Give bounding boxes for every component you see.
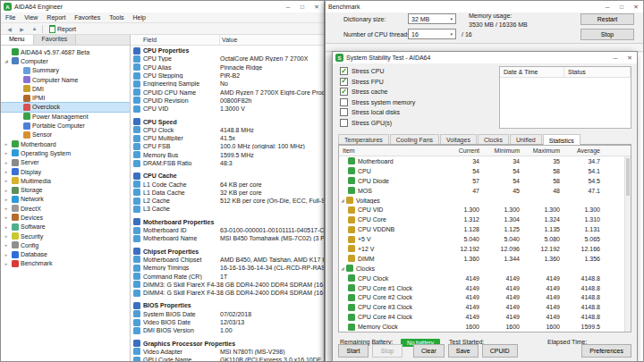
field-row[interactable]: DIMM3: G Skill FlareX F4-320…8 GB DDR4-2…: [131, 281, 324, 289]
stop-button[interactable]: Stop: [372, 344, 402, 358]
close-button[interactable]: ✕: [629, 1, 643, 13]
minimize-button[interactable]: ─: [281, 1, 295, 13]
checkbox-stress-gpu-s[interactable]: Stress GPU(s): [340, 118, 494, 129]
checkbox-stress-cpu[interactable]: ✓Stress CPU: [340, 66, 494, 77]
close-button[interactable]: ✕: [623, 52, 637, 63]
field-row[interactable]: L1 Data Cache32 KB per core: [131, 189, 324, 197]
maximize-button[interactable]: □: [295, 1, 309, 13]
back-icon[interactable]: ◀: [4, 24, 14, 34]
field-row[interactable]: DIMM4: G Skill FlareX F4-320…8 GB DDR4-2…: [131, 289, 324, 297]
checkbox-icon[interactable]: ✓: [340, 88, 348, 96]
field-row[interactable]: DMI BIOS Version1.00: [131, 326, 324, 334]
menu-item-file[interactable]: File: [1, 14, 20, 21]
field-row[interactable]: GPU Code NameGK110B (PCI Express 3.0 x16…: [131, 356, 324, 361]
field-row[interactable]: CPU SteppingPiR-B2: [131, 72, 324, 80]
restart-button[interactable]: Restart: [580, 13, 634, 25]
tab-voltages[interactable]: Voltages: [440, 134, 477, 144]
tab-unified[interactable]: Unified: [510, 134, 542, 144]
field-row[interactable]: L2 Cache512 KB per core (On-Die, ECC, Fu…: [131, 197, 324, 205]
column-header-value[interactable]: Value: [220, 35, 324, 45]
benchmark-title-bar[interactable]: Benchmark ─ □ ✕: [326, 1, 643, 13]
tree-item-sensor[interactable]: Sensor: [1, 130, 130, 139]
dictionary-size-select[interactable]: 32 MB ▾: [408, 13, 456, 24]
tree-item-summary[interactable]: Summary: [1, 66, 130, 75]
field-row[interactable]: CPUID CPU NameAMD Ryzen 7 2700X Eight-Co…: [131, 88, 324, 96]
scrollbar-thumb[interactable]: [626, 158, 630, 196]
stop-button[interactable]: Stop: [580, 29, 634, 40]
tree-item-config[interactable]: ▸Config: [1, 240, 130, 249]
field-row[interactable]: Command Rate (CR)1T: [131, 272, 324, 280]
field-row[interactable]: Video AdapterMSI N780Ti (MS-V298): [131, 348, 324, 356]
field-row[interactable]: CPU Clock4148.8 MHz: [131, 126, 324, 134]
save-button[interactable]: Save: [448, 344, 479, 358]
stability-title-bar[interactable]: S System Stability Test - AIDA64 ─ ✕: [333, 52, 637, 63]
menu-item-view[interactable]: View: [20, 14, 42, 21]
field-row[interactable]: Motherboard NameMSI B450 Tomahawk (MS-7C…: [131, 234, 324, 242]
tree-item-dmi[interactable]: DMI: [1, 84, 130, 93]
minimize-button[interactable]: ─: [608, 52, 623, 63]
tree-item-overclock[interactable]: Overclock: [1, 103, 130, 112]
stats-group-clocks[interactable]: ◢Clocks: [339, 264, 631, 274]
stats-column-item[interactable]: Item: [339, 147, 439, 154]
field-row[interactable]: CPU VID1.3000 V: [131, 105, 324, 113]
tree-item-display[interactable]: ▸Display: [1, 167, 130, 176]
tree-item-computer-name[interactable]: Computer Name: [1, 75, 130, 84]
up-icon[interactable]: ▲: [30, 24, 39, 34]
clear-button[interactable]: Clear: [413, 344, 445, 358]
field-row[interactable]: CPUID Revision00800F82h: [131, 97, 324, 105]
stats-column-average[interactable]: Average: [560, 147, 600, 154]
checkbox-icon[interactable]: [340, 98, 348, 106]
stats-scrollbar[interactable]: [624, 156, 631, 332]
cpu-threads-select[interactable]: 16 ▾: [408, 29, 456, 39]
menu-item-tools[interactable]: Tools: [105, 14, 128, 21]
maximize-button[interactable]: □: [614, 1, 629, 13]
forward-icon[interactable]: ▶: [17, 24, 27, 34]
tab-statistics[interactable]: Statistics: [543, 134, 580, 145]
field-row[interactable]: L3 Cache: [131, 205, 324, 213]
stats-column-minimum[interactable]: Minimum: [479, 147, 520, 154]
sidebar-tab-favorites[interactable]: Favorites: [34, 35, 77, 45]
tree-item-storage[interactable]: ▸Storage: [1, 185, 130, 194]
field-row[interactable]: L1 Code Cache64 KB per core: [131, 180, 324, 188]
tree-item-aida64-v5-97-4687-beta[interactable]: AIDA64 v5.97.4687 Beta: [1, 47, 130, 56]
report-button[interactable]: Report: [46, 24, 80, 34]
field-row[interactable]: Memory Timings16-16-16-36-14-34 (CL-RCD-…: [131, 264, 324, 272]
tree-item-computer[interactable]: ◢Computer: [1, 56, 130, 65]
minimize-button[interactable]: ─: [600, 1, 614, 13]
tree-item-motherboard[interactable]: ▸Motherboard: [1, 139, 130, 148]
tree-item-directx[interactable]: ▸DirectX: [1, 204, 130, 213]
log-column-date-time[interactable]: Date & Time: [500, 67, 564, 77]
checkbox-stress-cache[interactable]: ✓Stress cache: [340, 87, 494, 97]
tree-item-database[interactable]: ▸Database: [1, 250, 130, 259]
stats-column-current[interactable]: Current: [439, 147, 479, 154]
tree-item-multimedia[interactable]: ▸Multimedia: [1, 176, 130, 185]
field-row[interactable]: CPU Multiplier41.5x: [131, 134, 324, 142]
tree-item-power-management[interactable]: Power Management: [1, 112, 130, 121]
tree-item-security[interactable]: ▸Security: [1, 232, 130, 240]
tree-item-benchmark[interactable]: ▸Benchmark: [1, 259, 130, 268]
field-row[interactable]: Motherboard ChipsetAMD B450, AMD Taishan…: [131, 256, 324, 264]
tree-item-operating-system[interactable]: ▸Operating System: [1, 148, 130, 157]
menu-item-favorites[interactable]: Favorites: [70, 14, 105, 21]
checkbox-stress-local-disks[interactable]: Stress local disks: [340, 107, 494, 118]
field-row[interactable]: Memory Bus1599.5 MHz: [131, 151, 324, 159]
column-header-field[interactable]: Field: [131, 35, 220, 45]
field-row[interactable]: CPU FSB100.0 MHz (original: 100 MHz): [131, 142, 324, 150]
main-title-bar[interactable]: A AIDA64 Engineer ─ □ ✕: [1, 1, 324, 13]
checkbox-icon[interactable]: [340, 108, 348, 116]
tree-item-network[interactable]: ▸Network: [1, 195, 130, 204]
menu-item-help[interactable]: Help: [128, 14, 149, 21]
checkbox-stress-system-memory[interactable]: Stress system memory: [340, 97, 494, 108]
preferences-button[interactable]: Preferences: [581, 344, 631, 358]
tree-item-ipmi[interactable]: IPMI: [1, 93, 130, 102]
checkbox-icon[interactable]: ✓: [340, 67, 348, 75]
field-row[interactable]: Motherboard ID63-0100-000001-00101111-04…: [131, 226, 324, 234]
sidebar-tab-menu[interactable]: Menu: [1, 35, 34, 45]
field-row[interactable]: Engineering SampleNo: [131, 80, 324, 88]
checkbox-icon[interactable]: ✓: [340, 78, 348, 86]
close-button[interactable]: ✕: [309, 1, 324, 13]
field-row[interactable]: CPU AliasPinnacle Ridge: [131, 63, 324, 72]
start-button[interactable]: Start: [338, 344, 369, 358]
field-row[interactable]: System BIOS Date07/02/2018: [131, 310, 324, 318]
stats-column-maximum[interactable]: Maximum: [520, 147, 560, 154]
